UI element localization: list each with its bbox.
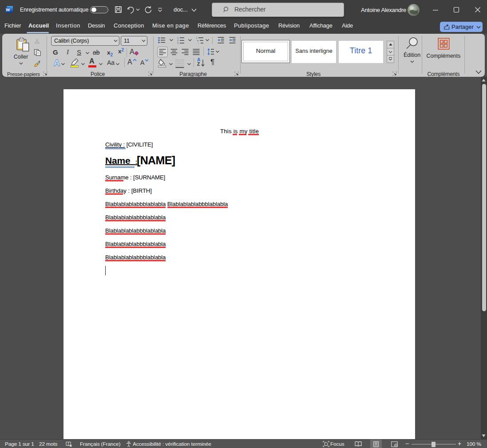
svg-text:3: 3 [177,42,178,44]
svg-text:A: A [54,58,60,67]
svg-text:i: i [198,42,199,44]
svg-text:W: W [6,7,10,12]
